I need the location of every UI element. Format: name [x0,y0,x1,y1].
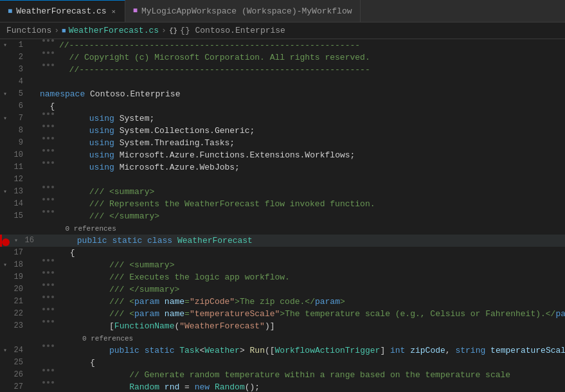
dots-group [39,283,58,286]
line-number: 13 [10,186,30,198]
line-number: 9 [10,137,30,149]
code-line: ▾ 7 using System; [0,112,565,125]
breakpoint-dot[interactable] [2,238,10,246]
dots-group [39,210,58,213]
code-line: ▾ 13 /// <summary> [0,186,565,198]
line-number: 22 [10,308,30,320]
fold-icon[interactable]: ▾ [0,186,10,198]
fold-icon[interactable]: ▾ [0,39,10,51]
line-content: public static Task<Weather> Run([Workflo… [58,344,565,357]
line-number: 24 [10,344,30,357]
line-number: 8 [10,125,30,137]
code-line: 21 /// <param name="zipCode">The zip cod… [0,296,565,308]
code-line: 27 Random rnd = new Random(); [0,381,565,392]
cs-file-icon: ■ [8,7,12,16]
code-line-16: ▾ 16 public static class WeatherForecast [0,235,565,247]
tab-close-icon[interactable]: ✕ [111,6,117,17]
dots-group [39,137,58,139]
ref-count-line-2: 23 0 references [0,332,565,344]
code-line: 15 /// </summary> [0,210,565,222]
tab-label: WeatherForecast.cs [16,6,106,16]
line-content: using System.Threading.Tasks; [58,137,565,149]
line-number: 2 [10,51,30,64]
line-content: /// <summary> [58,186,565,198]
dots-group [39,259,58,262]
code-line: 11 using Microsoft.Azure.WebJobs; [0,161,565,174]
code-line: 4 [0,76,565,88]
line-content: /// Represents the WeatherForecast flow … [58,198,565,210]
tab-myworkflow[interactable]: ■ MyLogicAppWorkspace (Workspace)-MyWork… [125,0,361,22]
fold-icon[interactable]: ▾ [0,112,10,125]
code-line: 23 [FunctionName("WeatherForecast")] [0,320,565,332]
line-content: /// <param name="zipCode">The zip code.<… [58,296,565,308]
line-number: 25 [10,357,30,369]
fold-icon[interactable]: ▾ [11,235,21,247]
line-number: 19 [10,271,30,283]
code-line: 6 { [0,100,565,112]
line-content: /// <param name="temperatureScale">The t… [58,308,565,320]
line-content: //--------------------------------------… [58,64,565,76]
breadcrumb-namespace[interactable]: {} Contoso.Enterprise [180,26,285,35]
dots-group [39,51,58,54]
line-number: 21 [10,296,30,308]
line-number: 3 [10,64,30,76]
line-content: 0 references [39,222,565,235]
line-content: { [39,247,565,259]
code-line: ▾ 5 namespace Contoso.Enterprise [0,88,565,100]
line-content: [FunctionName("WeatherForecast")] [58,320,565,332]
fold-icon[interactable]: ▾ [0,259,10,271]
line-content: { [39,357,565,369]
line-number: 20 [10,283,30,296]
dots-group [39,39,58,42]
line-content: namespace Contoso.Enterprise [39,88,565,100]
line-content: { [39,100,565,112]
line-number: 7 [10,112,30,125]
line-number: 16 [21,235,40,247]
code-line: 22 /// <param name="temperatureScale">Th… [0,308,565,320]
code-line: 26 // Generate random temperature within… [0,369,565,381]
line-number: 6 [10,100,30,112]
fold-icon[interactable]: ▾ [0,344,10,357]
code-line: 9 using System.Threading.Tasks; [0,137,565,149]
line-number: 12 [10,174,30,186]
line-content: // Generate random temperature within a … [58,369,565,381]
code-line: 17 { [0,247,565,259]
line-number: 1 [10,39,30,51]
line-content: //--------------------------------------… [58,39,565,51]
line-content: using Microsoft.Azure.WebJobs; [58,161,565,174]
line-number: 11 [10,161,30,174]
dots-group [39,149,58,152]
code-line: 3 //------------------------------------… [0,64,565,76]
dots-group [39,198,58,200]
line-number: 15 [10,210,30,222]
line-number: 17 [10,247,30,259]
dots-group [39,112,58,115]
code-area[interactable]: ▾ 1 //----------------------------------… [0,39,565,392]
breadcrumb-file[interactable]: WeatherForecast.cs [69,26,159,35]
dots-group [39,125,58,127]
line-number: 27 [10,381,30,392]
tab-bar: ■ WeatherForecast.cs ✕ ■ MyLogicAppWorks… [0,0,565,22]
ref-count-line-1: 15 0 references [0,222,565,235]
line-content: /// </summary> [58,283,565,296]
code-line: 25 { [0,357,565,369]
code-line: 8 using System.Collections.Generic; [0,125,565,137]
dots-group [39,271,58,274]
line-number: 18 [10,259,30,271]
breadcrumb-functions[interactable]: Functions [6,26,51,35]
dots-group [39,64,58,66]
line-number: 23 [10,332,30,344]
code-line: 20 /// </summary> [0,283,565,296]
code-line: 14 /// Represents the WeatherForecast fl… [0,198,565,210]
tab-label: MyLogicAppWorkspace (Workspace)-MyWorkfl… [141,6,352,16]
line-content: using System.Collections.Generic; [58,125,565,137]
breadcrumb-fn-icon: {} [169,27,177,35]
fold-icon[interactable]: ▾ [0,88,10,100]
line-content: Random rnd = new Random(); [58,381,565,392]
code-line: 19 /// Executes the logic app workflow. [0,271,565,283]
code-line: ▾ 18 /// <summary> [0,259,565,271]
code-line: 2 // Copyright (c) Microsoft Corporation… [0,51,565,64]
dots-group [39,296,58,298]
line-number: 5 [10,88,30,100]
tab-weatherforecast[interactable]: ■ WeatherForecast.cs ✕ [0,0,125,22]
